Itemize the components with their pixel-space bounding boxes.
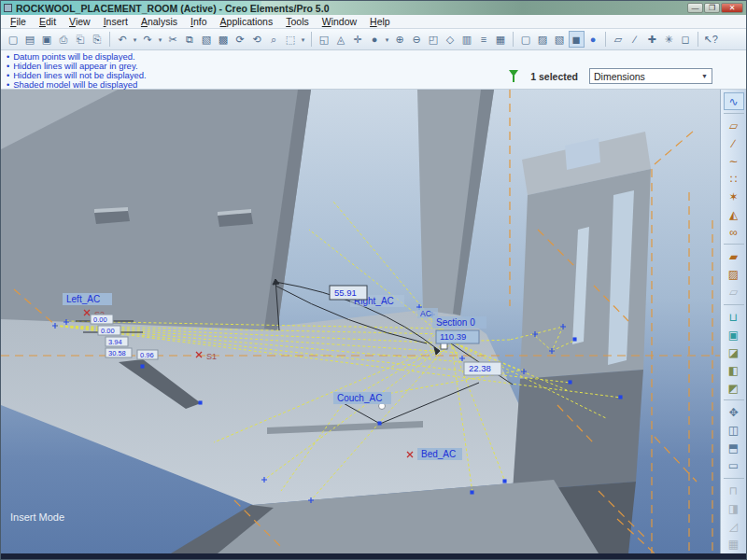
title-bar[interactable]: ROCKWOOL_PLACEMENT_ROOM (Active) - Creo … [1,1,746,15]
shade-caret-icon[interactable]: ▾ [384,31,391,48]
quilt-tool-icon[interactable]: ▭ [724,457,744,475]
redraw-icon[interactable]: ◱ [317,31,332,48]
annotation-toggle-icon[interactable]: ◻ [678,31,694,48]
filter-dropdown[interactable]: Dimensions ▼ [589,68,712,84]
toolbar-separator [724,242,744,245]
graphics-viewport[interactable]: Left_AC Right_AC Section 0 Couch_AC [1,90,720,553]
pattern-tool-icon: ▦ [724,536,744,553]
enhanced-realism-icon[interactable]: ● [585,31,601,48]
sweep-tool-icon[interactable]: ◪ [724,344,744,362]
regenerate-custom-icon[interactable]: ⟲ [249,31,265,48]
render-icon[interactable]: ◬ [333,31,349,48]
datum-plane-toggle-icon[interactable]: ▱ [611,31,627,48]
reorient-icon[interactable]: ◇ [443,31,458,48]
label-hub-ac[interactable]: AC [417,308,438,318]
extrude-tool-icon[interactable]: ⊔ [724,309,744,327]
select-caret-icon[interactable]: ▾ [300,31,307,48]
datum-axis-toggle-icon[interactable]: ∕ [627,31,643,48]
context-help-icon[interactable]: ↖? [703,31,719,48]
shaded-icon[interactable]: ◼ [569,31,585,48]
selection-filter-icon[interactable] [508,70,519,83]
layers-icon[interactable]: ≡ [476,31,492,48]
send-model-icon[interactable]: ⎘ [90,31,106,48]
cut-icon[interactable]: ✂ [165,31,181,48]
revolve-tool-icon[interactable]: ▣ [724,327,744,344]
paste-icon[interactable]: ▧ [199,31,215,48]
maximize-button[interactable]: ❐ [704,3,720,13]
save-icon[interactable]: ▣ [39,31,55,48]
refit-icon[interactable]: ◰ [426,31,442,48]
selected-count: 1 selected [530,71,578,82]
menu-help[interactable]: Help [364,16,396,27]
label-s1[interactable]: S1 [206,352,217,361]
close-button[interactable]: ✕ [721,3,743,13]
dimension-22-38[interactable]: 22.38 [464,362,501,375]
toolbar-separator [311,32,312,47]
message-line: •Shaded model will be displayed [7,80,508,90]
redo-icon[interactable]: ↷ [140,31,156,48]
label-bed-ac[interactable]: Bed_AC [417,448,462,460]
datum-plane-tool-icon[interactable]: ▱ [724,118,744,135]
datum-curve-tool-icon[interactable]: ∼ [724,153,744,171]
menu-window[interactable]: Window [317,16,362,27]
spin-center-icon[interactable]: ✛ [350,31,366,48]
minimize-button[interactable]: — [687,3,703,13]
label-section-0[interactable]: Section 0 [432,316,486,329]
menu-analysis[interactable]: Analysis [135,16,183,27]
menu-edit[interactable]: Edit [34,16,62,27]
datum-axis-tool-icon[interactable]: ∕ [724,135,744,153]
undo-caret-icon[interactable]: ▾ [132,31,139,48]
toolbar-separator [698,32,698,47]
csys-tool-icon[interactable]: ✶ [724,189,744,206]
feature-toolbar: ∿▱∕∼∷✶◭∞▰▨▱⊔▣◪◧◩✥◫⬒▭⊓◨◿▦ [720,90,746,553]
print-icon[interactable]: ⎙ [56,31,72,48]
new-file-icon[interactable]: ▢ [6,31,21,48]
svg-text:Left_AC: Left_AC [66,294,100,304]
paste-special-icon[interactable]: ▩ [216,31,232,48]
dimension-110-39[interactable]: 110.39 [436,330,479,343]
sketch-display-tool-icon[interactable]: ▨ [724,266,744,284]
boundary-blend-tool-icon[interactable]: ◩ [724,380,744,398]
dimension-55-91[interactable]: 55.91 [330,286,367,300]
wireframe-icon[interactable]: ▢ [518,31,534,48]
merge-tool-icon: ◨ [724,500,744,518]
open-file-icon[interactable]: ▤ [22,31,38,48]
label-left-ac[interactable]: Left_AC [63,293,112,305]
svg-text:110.39: 110.39 [440,331,466,342]
menu-file[interactable]: File [5,16,32,27]
inactive-sketch-tool-icon: ▱ [724,284,744,301]
svg-text:Bed_AC: Bed_AC [421,449,456,459]
print-plot-icon[interactable]: ⎗ [73,31,89,48]
menu-insert[interactable]: Insert [98,16,134,27]
datum-point-tool-icon[interactable]: ∷ [724,171,744,189]
warp-tool-icon[interactable]: ◫ [724,422,744,440]
no-hidden-icon[interactable]: ▧ [552,31,568,48]
csys-toggle-icon[interactable]: ✳ [661,31,677,48]
sketch-tool-icon[interactable]: ◭ [724,206,744,224]
hidden-line-icon[interactable]: ▨ [535,31,551,48]
menu-tools[interactable]: Tools [280,16,315,27]
regenerate-icon[interactable]: ⟳ [233,31,248,48]
select-box-icon[interactable]: ⬚ [283,31,299,48]
label-couch-ac[interactable]: Couch_AC [333,392,391,404]
sketched-curve-tool-icon[interactable]: ∿ [724,92,744,110]
saved-views-icon[interactable]: ▥ [459,31,475,48]
copy-icon[interactable]: ⧉ [182,31,198,48]
plane-display-tool-icon[interactable]: ▰ [724,248,744,266]
move-copy-tool-icon[interactable]: ✥ [724,404,744,422]
redo-caret-icon[interactable]: ▾ [157,31,164,48]
toolbar-separator [109,32,110,47]
shade-icon[interactable]: ● [367,31,383,48]
zoom-out-icon[interactable]: ⊖ [409,31,425,48]
undo-icon[interactable]: ↶ [115,31,131,48]
datum-point-toggle-icon[interactable]: ✚ [644,31,660,48]
menu-info[interactable]: Info [185,16,213,27]
find-icon[interactable]: ⌕ [266,31,282,48]
blend-tool-icon[interactable]: ◧ [724,362,744,380]
menu-applications[interactable]: Applications [215,16,279,27]
flag-tool-icon[interactable]: ⬒ [724,440,744,457]
view-manager-icon[interactable]: ▦ [493,31,509,48]
reference-tool-icon[interactable]: ∞ [724,224,744,242]
zoom-in-icon[interactable]: ⊕ [392,31,408,48]
menu-view[interactable]: View [63,16,96,27]
